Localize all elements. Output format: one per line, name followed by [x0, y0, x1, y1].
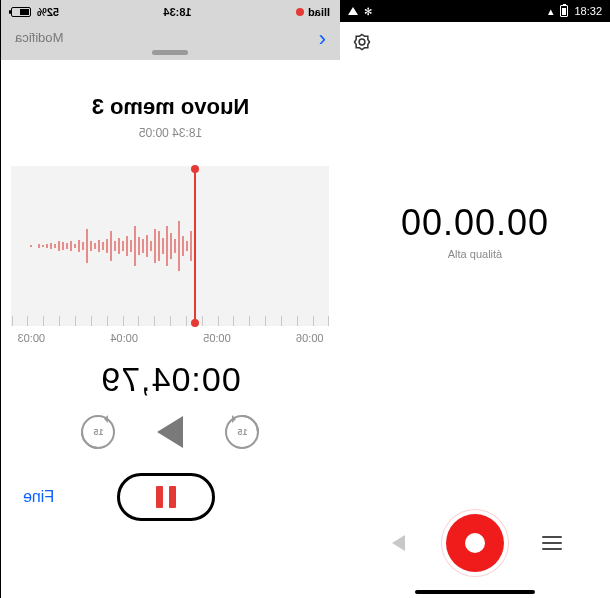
- done-button[interactable]: Fine: [23, 488, 54, 506]
- tick-label: 00:03: [18, 332, 46, 344]
- wifi-icon: [348, 7, 358, 15]
- battery-icon: [11, 7, 31, 17]
- recordings-list-button[interactable]: [532, 523, 572, 563]
- svg-marker-41: [355, 35, 370, 50]
- elapsed-time: 00:04,79: [1, 360, 340, 399]
- recording-indicator-dot: [296, 8, 304, 16]
- settings-icon[interactable]: [352, 32, 372, 52]
- android-home-indicator[interactable]: [415, 590, 535, 594]
- clock-label: 18:32: [574, 5, 602, 17]
- quality-label: Alta qualità: [340, 248, 610, 260]
- battery-icon: [560, 5, 568, 17]
- ios-voice-memo-screen: Iliad 18:34 52% ‹ Modifica Nuovo memo 3 …: [0, 0, 340, 598]
- clock-label: 18:34: [163, 6, 191, 18]
- android-controls: [340, 514, 610, 572]
- carrier-label: Iliad: [308, 6, 330, 18]
- back-chevron-icon[interactable]: ‹: [319, 26, 326, 52]
- signal-icon: ▴: [548, 5, 554, 18]
- elapsed-time: 00.00.00: [340, 202, 610, 244]
- memo-title: Nuovo memo 3: [1, 94, 340, 120]
- sheet-drag-handle[interactable]: [153, 50, 189, 55]
- waveform-area[interactable]: [12, 166, 330, 326]
- edit-link[interactable]: Modifica: [15, 30, 63, 45]
- vibrate-icon: ✻: [364, 6, 372, 17]
- tick-label: 00:05: [203, 332, 231, 344]
- play-button[interactable]: [158, 416, 184, 448]
- list-icon: [542, 536, 562, 550]
- playhead[interactable]: [194, 166, 196, 326]
- tick-label: 00:06: [296, 332, 324, 344]
- tick-label: 00:04: [110, 332, 138, 344]
- android-app-header: [340, 22, 610, 62]
- skip-forward-button[interactable]: 15: [82, 415, 116, 449]
- svg-point-42: [359, 39, 365, 45]
- skip-back-button[interactable]: 15: [226, 415, 260, 449]
- battery-percent: 52%: [37, 6, 59, 18]
- record-button[interactable]: [446, 514, 504, 572]
- waveform-graphic: [12, 211, 330, 281]
- waveform-ticks: [12, 316, 330, 326]
- android-status-bar: ✻ ▴ 18:32: [340, 0, 610, 22]
- flag-icon: [392, 535, 405, 551]
- transport-controls: 15 15: [1, 415, 340, 449]
- flag-button[interactable]: [378, 523, 418, 563]
- ios-sheet-header: ‹ Modifica: [1, 24, 340, 60]
- record-inner-icon: [465, 533, 485, 553]
- bottom-row: Fine: [1, 473, 340, 533]
- memo-subtitle: 18:34 00:05: [1, 126, 340, 140]
- waveform-time-labels: 00:06 00:05 00:04 00:03: [12, 332, 330, 344]
- android-recorder-screen: ✻ ▴ 18:32 00.00.00 Alta qualità: [340, 0, 610, 598]
- pause-button[interactable]: [117, 473, 215, 521]
- ios-status-bar: Iliad 18:34 52%: [1, 0, 340, 24]
